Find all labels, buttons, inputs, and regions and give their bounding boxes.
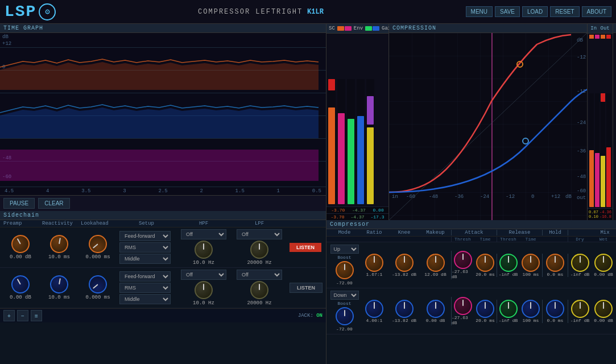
hold-knob-ch1[interactable] — [546, 254, 564, 272]
release-time-knob-ch1[interactable] — [522, 254, 540, 272]
gain-meter — [366, 79, 374, 204]
lpf-mode-ch1[interactable]: Off 12dB/oct 24dB/oct — [237, 229, 282, 239]
reactivity-ch1: 10.0 ms — [42, 235, 76, 260]
menu-button[interactable]: MENU — [466, 6, 493, 17]
env-meter-1-svg — [347, 79, 355, 204]
preamp-col-header: Preamp — [3, 221, 38, 226]
logo-text: LSP — [5, 3, 36, 20]
release-time-knob-ch2[interactable] — [522, 300, 540, 318]
lookahead-knob-ch2[interactable] — [85, 271, 110, 297]
load-button[interactable]: LOAD — [522, 6, 548, 17]
comp-hold-header: Hold — [542, 230, 568, 235]
attack-time-value-ch1: 20.0 ms — [476, 272, 495, 277]
out-meter-1-svg — [601, 93, 605, 207]
svg-text:-36: -36 — [577, 148, 586, 154]
makeup-knob-ch2[interactable] — [427, 300, 445, 318]
in-value1: 0.07 — [589, 210, 598, 214]
boost-knob-ch2[interactable] — [336, 307, 354, 325]
setup-source-ch2[interactable]: Middle Side Left Right — [119, 294, 171, 304]
attack-thresh-ch2: -27.63 dB — [451, 297, 474, 325]
lookahead-knob-ch1[interactable] — [85, 231, 110, 257]
hpf-knob-ch2[interactable] — [195, 281, 213, 299]
reactivity-ch2: 10.0 ms — [42, 275, 76, 300]
preamp-knob-ch1[interactable] — [8, 231, 33, 257]
knee-knob-ch1[interactable] — [395, 254, 414, 272]
lpf-mode-ch2[interactable]: Off 12dB/oct — [237, 270, 282, 280]
hpf-mode-ch1[interactable]: Off 12dB/oct 24dB/oct — [181, 229, 226, 239]
lookahead-ch2: 0.000 ms — [81, 275, 115, 300]
in-meter-2-svg — [595, 93, 600, 207]
reactivity-knob-ch2[interactable] — [48, 274, 69, 295]
save-button[interactable]: SAVE — [495, 6, 520, 17]
env-meter-1 — [347, 79, 355, 204]
in-color-2 — [595, 35, 600, 39]
env-value1: -4.37 — [352, 208, 366, 213]
compressor-title: Compressor — [326, 220, 616, 229]
lpf-knob-ch1[interactable] — [250, 241, 268, 259]
boost-label-ch1: Boost — [338, 255, 352, 260]
sc-env-gain-header: SC Env Gain — [326, 24, 388, 34]
release-thresh-knob-ch1[interactable] — [499, 254, 518, 272]
listen-button-ch1[interactable]: LISTEN — [290, 243, 321, 252]
setup-source-ch1[interactable]: Middle Side Left Right — [119, 254, 171, 264]
comp-knee-ch2: -13.82 dB — [388, 300, 420, 323]
sc-color-blocks — [337, 26, 352, 31]
hold-knob-ch2[interactable] — [546, 300, 564, 318]
in-color-1 — [589, 35, 594, 39]
sc-color-orange — [337, 26, 344, 31]
sc-label: SC — [329, 26, 335, 31]
lookahead-ch1: 0.000 ms — [81, 235, 115, 260]
mode-select-ch1[interactable]: Up Down — [330, 245, 359, 254]
lpf-freq-ch1: 20000 Hz — [247, 260, 271, 266]
sc-values-row1: -3.70 -4.37 0.00 — [326, 206, 388, 213]
logo: LSP ⚙ — [5, 3, 56, 20]
mode-select-ch2[interactable]: Down Up — [330, 291, 359, 300]
preamp-knob-ch2[interactable] — [8, 272, 33, 297]
dry-value-ch1: -inf dB — [570, 272, 590, 277]
hpf-knob-ch1[interactable] — [195, 241, 213, 259]
setup-mode-ch1[interactable]: Feed-forward Feed-back — [119, 231, 171, 241]
attack-time-knob-ch1[interactable] — [476, 254, 494, 272]
in-out-header: In Out — [588, 24, 613, 34]
pause-button[interactable]: PAUSE — [3, 198, 35, 209]
comp-makeup-header: Makeup — [420, 230, 451, 235]
top-right: SC Env Gain — [326, 24, 616, 220]
ratio-knob-ch1[interactable] — [365, 254, 383, 272]
knee-knob-ch2[interactable] — [395, 300, 414, 318]
about-button[interactable]: ABOUT — [582, 6, 611, 17]
clear-button[interactable]: CLEAR — [38, 198, 69, 209]
hpf-mode-ch2[interactable]: Off 12dB/oct — [181, 270, 226, 280]
wet-knob-ch2[interactable] — [594, 300, 613, 318]
preamp-ch2: 0.00 dB — [3, 275, 38, 300]
dry-knob-ch2[interactable] — [571, 300, 589, 318]
boost-knob-ch1[interactable] — [336, 261, 354, 279]
add-button[interactable]: + — [3, 310, 15, 321]
attack-time-ch2: 20.0 ms — [474, 300, 497, 323]
attack-thresh-knob-ch1[interactable] — [454, 251, 472, 269]
settings-icon-button[interactable]: ≡ — [31, 310, 42, 321]
setup-detection-ch1[interactable]: RMS Peak — [119, 242, 171, 253]
lpf-knob-ch2[interactable] — [250, 281, 268, 299]
reactivity-knob-ch1[interactable] — [48, 233, 69, 254]
attack-thresh-knob-ch2[interactable] — [454, 297, 472, 315]
reset-button[interactable]: RESET — [550, 6, 579, 17]
listen-button-ch2[interactable]: LISTEN — [290, 283, 323, 293]
ratio-knob-ch2[interactable] — [365, 300, 383, 318]
gain-meter-svg — [366, 79, 374, 204]
svg-text:-12: -12 — [577, 55, 586, 60]
makeup-knob-ch1[interactable] — [427, 254, 445, 272]
svg-text:dB: dB — [565, 194, 572, 200]
setup-mode-ch2[interactable]: Feed-forward Feed-back — [119, 271, 171, 282]
sc-color-pink — [345, 26, 352, 31]
setup-detection-ch2[interactable]: RMS Peak — [119, 283, 171, 293]
reactivity-col-header: Reactivity — [42, 221, 76, 226]
release-thresh-knob-ch2[interactable] — [499, 300, 518, 318]
attack-time-knob-ch2[interactable] — [476, 300, 494, 318]
sc-meter-2-svg — [337, 79, 345, 204]
svg-text:-60: -60 — [577, 188, 586, 194]
remove-button[interactable]: − — [17, 310, 28, 321]
svg-text:-48: -48 — [429, 194, 438, 200]
dry-knob-ch1[interactable] — [571, 254, 589, 272]
wet-knob-ch1[interactable] — [594, 254, 613, 272]
compressor-subheader: Thresh Time Thresh Time Dry Wet Dry/Wet — [326, 237, 616, 242]
